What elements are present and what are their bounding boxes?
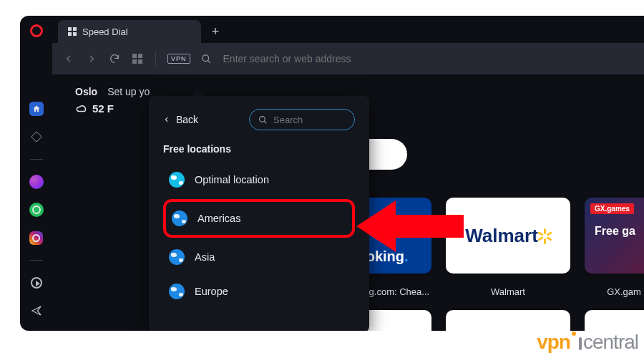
tile-caption-gx: GX.gam xyxy=(585,286,644,297)
new-tab-button[interactable]: + xyxy=(204,20,227,43)
vpn-search[interactable] xyxy=(249,109,355,130)
vpn-location-label: Europe xyxy=(195,286,228,297)
left-rail xyxy=(20,16,52,331)
vpn-location-label: Americas xyxy=(197,213,240,224)
speed-dial-icon xyxy=(68,27,77,36)
vpn-location-label: Asia xyxy=(195,251,215,263)
tile-generic-2[interactable]: GROU xyxy=(585,310,644,331)
nav-forward-button[interactable] xyxy=(85,52,98,65)
tile-generic-1[interactable] xyxy=(446,310,570,331)
tab-bar: Speed Dial + xyxy=(52,16,644,43)
instagram-icon[interactable] xyxy=(29,231,44,245)
opera-logo-icon[interactable] xyxy=(30,24,43,37)
watermark-pin-icon xyxy=(579,337,582,350)
globe-icon xyxy=(172,211,187,226)
caption-row: Booking.com: Chea... Walmart GX.gam xyxy=(338,284,644,297)
tile-caption-walmart: Walmart xyxy=(446,286,570,297)
annotation-arrow-icon xyxy=(356,195,464,258)
tab-title: Speed Dial xyxy=(82,26,128,37)
tile-row-2: compare GROU xyxy=(338,310,644,331)
vpn-panel-caret xyxy=(192,90,203,96)
globe-icon xyxy=(169,249,185,265)
walmart-spark-icon xyxy=(538,229,551,242)
vpn-location-americas[interactable]: Americas xyxy=(163,199,355,238)
rail-separator xyxy=(30,260,43,261)
search-icon[interactable] xyxy=(200,52,213,65)
chevron-left-icon xyxy=(163,115,170,125)
vpn-location-europe[interactable]: Europe xyxy=(163,276,355,306)
home-icon[interactable] xyxy=(29,102,44,116)
watermark-left: vpn xyxy=(537,331,570,353)
nav-back-button[interactable] xyxy=(62,52,75,65)
weather-temp: 52 F xyxy=(92,102,114,115)
vpn-location-list: Optimal location Americas Asia Europe xyxy=(163,165,355,306)
vpn-location-optimal[interactable]: Optimal location xyxy=(163,165,355,195)
weather-city: Oslo xyxy=(75,86,97,97)
toolbar: VPN xyxy=(52,43,644,74)
reload-button[interactable] xyxy=(108,52,121,65)
whatsapp-icon[interactable] xyxy=(29,203,44,217)
address-bar[interactable] xyxy=(223,53,634,64)
globe-icon xyxy=(169,172,185,188)
player-icon[interactable] xyxy=(29,276,44,290)
svg-point-0 xyxy=(203,54,209,61)
weather-setup-link[interactable]: Set up yo xyxy=(107,86,150,97)
rail-separator xyxy=(30,159,43,160)
search-icon xyxy=(258,115,268,125)
watermark-right: central xyxy=(583,331,638,353)
tile-walmart[interactable]: Walmart xyxy=(446,198,570,274)
watermark: vpncentral xyxy=(537,331,638,354)
gx-tag: GX.games xyxy=(590,203,634,214)
vpn-location-asia[interactable]: Asia xyxy=(163,242,355,272)
bookmark-star-icon[interactable] xyxy=(29,130,44,144)
browser-window: Speed Dial + VPN Oslo Set up yo xyxy=(20,16,644,331)
cloud-icon xyxy=(75,102,88,115)
gx-label: Free ga xyxy=(595,225,635,238)
tile-gx-games[interactable]: GX.games Free ga xyxy=(585,198,644,274)
globe-icon xyxy=(169,284,185,299)
vpn-badge[interactable]: VPN xyxy=(167,54,190,64)
vpn-back-label: Back xyxy=(176,114,198,125)
vpn-location-panel: Back Free locations Optimal location Ame… xyxy=(149,96,369,331)
vpn-back-button[interactable]: Back xyxy=(163,114,198,125)
walmart-logo-text: Walmart xyxy=(465,225,538,247)
vpn-location-label: Optimal location xyxy=(195,174,269,185)
vpn-section-label: Free locations xyxy=(163,143,355,155)
vpn-search-input[interactable] xyxy=(273,115,345,125)
toolbar-separator xyxy=(155,52,156,66)
apps-icon[interactable] xyxy=(131,52,144,65)
messenger-icon[interactable] xyxy=(29,175,44,189)
weather-widget[interactable]: Oslo Set up yo 52 F xyxy=(75,86,150,115)
svg-point-1 xyxy=(260,116,265,122)
watermark-dot-icon xyxy=(572,332,576,336)
speed-dial-search[interactable] xyxy=(367,139,407,170)
svg-marker-2 xyxy=(356,200,464,252)
tab-speed-dial[interactable]: Speed Dial xyxy=(58,20,201,43)
send-icon[interactable] xyxy=(29,304,44,318)
